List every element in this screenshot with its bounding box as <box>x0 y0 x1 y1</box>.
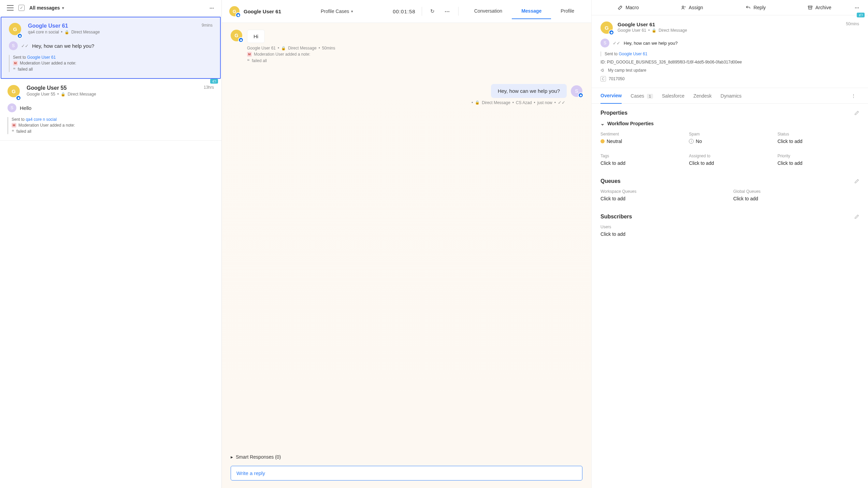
google-badge-icon: ◆ <box>609 30 614 35</box>
google-badge-icon: ◆ <box>238 37 244 43</box>
message-bubble[interactable]: Hey, how can we help you? <box>491 84 567 98</box>
message-detail-card: G ◆ Google User 61 Google User 61• 🔒 Dir… <box>592 15 868 88</box>
detail-sent-to: Sent to Google User 61 <box>601 52 859 56</box>
reply-input[interactable]: Write a reply <box>231 466 582 480</box>
reply-icon <box>746 5 751 10</box>
agent-avatar: S <box>8 103 16 112</box>
archive-icon <box>808 5 813 10</box>
case-icon: C <box>601 76 606 82</box>
conversation-meta: qa4 core n social • 🔒 Direct Message <box>28 30 213 34</box>
workflow-properties-toggle[interactable]: ⌄ Workflow Properties <box>601 121 859 126</box>
tab-overview[interactable]: Overview <box>601 88 622 104</box>
property-priority[interactable]: Priority Click to add <box>778 154 859 166</box>
detail-id-row: ID: PID_GOOGLE_BUSINESS_326_8d895f83-f16… <box>601 60 859 64</box>
conversation-name: Google User 61 <box>28 23 213 29</box>
message-bubble[interactable]: Hi <box>247 30 265 43</box>
caret-right-icon: ▸ <box>231 454 233 460</box>
detail-tabs: Conversation Message Profile <box>465 3 584 19</box>
filter-dropdown[interactable]: All messages ▾ <box>29 5 64 11</box>
tab-message[interactable]: Message <box>512 3 551 19</box>
message-meta: Google User 61• 🔒 Direct Message• 50mins <box>247 46 582 51</box>
message-list-panel: ✓ All messages ▾ ⋯ G ◆ Google User 61 <box>0 0 222 488</box>
header-user[interactable]: G ◆ Google User 61 <box>229 6 281 16</box>
moderation-badge-icon: M <box>12 123 16 128</box>
quote-icon: ❝ <box>13 67 16 72</box>
workspace-queues[interactable]: Workspace Queues Click to add <box>601 189 726 201</box>
smart-responses-toggle[interactable]: ▸ Smart Responses (0) <box>222 451 591 463</box>
megaphone-icon <box>601 68 605 73</box>
more-options-icon[interactable]: ⋯ <box>851 5 863 10</box>
tab-cases[interactable]: Cases 1 <box>631 88 653 103</box>
message-note-text: ❝ failed all <box>247 58 582 63</box>
lock-icon: 🔒 <box>475 100 480 105</box>
menu-icon[interactable] <box>7 5 14 11</box>
assign-icon <box>681 5 686 10</box>
sent-to-link[interactable]: Google User 61 <box>619 52 647 56</box>
moderation-badge-icon: M <box>13 61 18 66</box>
section-title-text: Queues <box>601 178 621 184</box>
edit-icon[interactable] <box>854 179 859 184</box>
conversation-meta: Google User 55 • 🔒 Direct Message <box>27 92 214 97</box>
tab-dynamics[interactable]: Dynamics <box>721 88 741 103</box>
outgoing-message-meta: • 🔒 Direct Message• CS Azad• just now• ✓… <box>231 100 565 105</box>
more-options-icon[interactable]: ⋯ <box>443 7 452 16</box>
sent-to-link[interactable]: qa4 core n social <box>26 117 57 122</box>
property-assigned-to[interactable]: Assigned to Click to add <box>689 154 770 166</box>
macro-button[interactable]: Macro <box>596 0 660 15</box>
tab-profile[interactable]: Profile <box>551 3 584 19</box>
global-queues[interactable]: Global Queues Click to add <box>733 189 859 201</box>
subscribers-section: Subscribers Users Click to add <box>592 207 868 243</box>
chevron-down-icon: ▾ <box>351 9 353 14</box>
conversation-time: 13hrs <box>204 85 214 90</box>
conversation-time: 9mins <box>202 23 213 28</box>
edit-icon[interactable] <box>854 111 859 115</box>
conversation-item[interactable]: G ◆ Google User 61 qa4 core n social • 🔒… <box>1 17 221 79</box>
detail-user-name: Google User 61 <box>618 21 841 27</box>
lock-icon: 🔒 <box>61 92 66 97</box>
property-tags[interactable]: Tags Click to add <box>601 154 682 166</box>
lock-icon: 🔒 <box>652 28 656 33</box>
archive-button[interactable]: Archive <box>787 0 851 15</box>
detail-time: 50mins <box>846 21 859 34</box>
tab-salesforce[interactable]: Salesforce <box>662 88 684 103</box>
sidebar-header: ✓ All messages ▾ ⋯ <box>0 0 221 16</box>
svg-point-0 <box>682 6 684 8</box>
lock-icon: 🔒 <box>281 46 286 51</box>
reply-button[interactable]: Reply <box>724 0 788 15</box>
message-note: M Moderation User added a note: <box>247 52 582 57</box>
conversation-note: Sent to Google User 61 MModeration User … <box>9 55 213 72</box>
moderation-badge-icon: M <box>247 52 252 57</box>
agent-avatar: S <box>601 39 609 47</box>
conversation-item[interactable]: 🏷 G ◆ Google User 55 Google User 55 • 🔒 … <box>0 80 221 141</box>
conversation-header: G ◆ Google User 61 Profile Cases ▾ 00:01… <box>222 0 591 23</box>
more-tabs-icon[interactable]: ⋮ <box>848 90 859 102</box>
edit-icon[interactable] <box>854 214 859 219</box>
assign-button[interactable]: Assign <box>660 0 724 15</box>
delivered-icon: ✓✓ <box>613 41 620 46</box>
refresh-icon[interactable]: ↻ <box>428 7 437 16</box>
wand-icon <box>618 5 623 10</box>
agent-avatar: S <box>9 41 18 50</box>
property-status[interactable]: Status Click to add <box>778 132 859 144</box>
sender-avatar: G ◆ <box>231 30 242 41</box>
tab-conversation[interactable]: Conversation <box>465 3 512 19</box>
detail-case-id: C 7017050 <box>601 76 859 82</box>
sent-to-link[interactable]: Google User 61 <box>27 55 56 60</box>
chevron-down-icon: ⌄ <box>601 121 605 126</box>
lock-icon: 🔒 <box>64 30 69 34</box>
divider <box>422 7 422 16</box>
property-spam[interactable]: Spam iNo <box>689 132 770 144</box>
message-area: G ◆ Hi Google User 61• 🔒 Direct Message•… <box>222 23 591 451</box>
svg-rect-1 <box>808 6 812 7</box>
tab-zendesk[interactable]: Zendesk <box>693 88 712 103</box>
profile-cases-dropdown[interactable]: Profile Cases ▾ <box>321 9 353 14</box>
header-user-name: Google User 61 <box>244 9 281 14</box>
select-all-checkbox[interactable]: ✓ <box>18 5 25 11</box>
action-bar: Macro Assign Reply Archive ⋯ <box>592 0 868 15</box>
property-sentiment[interactable]: Sentiment Neutral <box>601 132 682 144</box>
sentiment-neutral-icon <box>601 139 605 143</box>
subscribers-users[interactable]: Users Click to add <box>601 225 726 237</box>
section-title-text: Subscribers <box>601 214 632 220</box>
google-badge-icon: ◆ <box>17 33 23 39</box>
more-options-icon[interactable]: ⋯ <box>209 5 215 11</box>
